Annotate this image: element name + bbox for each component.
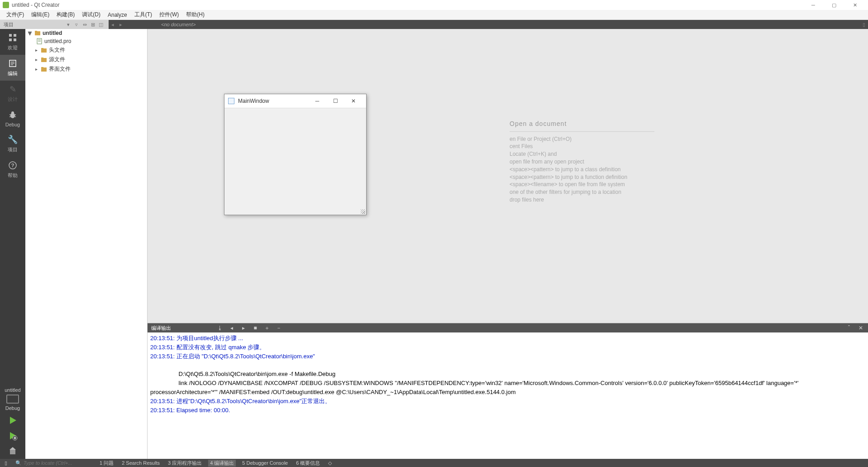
main-area: 欢迎 编辑 ✎ 设计 Debug 🔧 项目 ? 帮助 (0, 29, 868, 459)
mainwindow-dialog[interactable]: MainWindow ─ ☐ ✕ (224, 94, 367, 215)
mainwindow-close-button[interactable]: ✕ (344, 94, 362, 108)
svg-rect-23 (35, 31, 37, 32)
svg-line-13 (14, 116, 16, 117)
chevron-right-icon[interactable]: ▸ (33, 57, 39, 62)
menu-help[interactable]: 帮助(H) (182, 10, 208, 19)
svg-rect-20 (10, 450, 15, 454)
output-next-icon[interactable]: ▸ (240, 325, 247, 331)
filter-icon[interactable]: ▿ (73, 21, 80, 28)
tree-folder-forms[interactable]: ▸ 界面文件 (25, 64, 147, 74)
mainwindow-maximize-button[interactable]: ☐ (326, 94, 344, 108)
project-icon (34, 30, 41, 36)
edit-icon (8, 58, 18, 68)
split-right-icon[interactable]: ▯ (860, 21, 868, 28)
menu-analyze[interactable]: Analyze (104, 11, 131, 19)
status-tab-debugger[interactable]: 5 Debugger Console (240, 460, 290, 466)
build-button[interactable] (0, 443, 25, 459)
project-tree[interactable]: ⯆ untitled untitled.pro ▸ 头文件 ▸ 源文件 (25, 29, 148, 459)
svg-line-12 (10, 116, 11, 117)
output-close-icon[interactable]: ✕ (857, 325, 864, 331)
project-pane-label: 项目 (4, 21, 14, 28)
wrench-icon: 🔧 (8, 135, 18, 144)
statusbar: ▯ 🔍 1 问题 2 Search Results 3 应用程序输出 4 编译输… (0, 459, 868, 467)
window-maximize-button[interactable]: ▢ (824, 0, 844, 10)
debug-run-button[interactable] (0, 428, 25, 443)
nav-back-icon[interactable]: ◂ (109, 21, 116, 28)
mode-debug[interactable]: Debug (0, 106, 25, 131)
folder-icon (41, 57, 47, 63)
svg-rect-28 (41, 48, 43, 49)
window-minimize-button[interactable]: ─ (803, 0, 824, 10)
output-stop-icon[interactable]: ■ (252, 325, 259, 331)
svg-rect-1 (14, 34, 16, 37)
target-selector[interactable]: untitled Debug (0, 385, 25, 413)
menu-edit[interactable]: 编辑(E) (28, 10, 53, 19)
menu-build[interactable]: 构建(B) (53, 10, 78, 19)
resize-grip-icon[interactable] (361, 209, 365, 214)
mode-design: ✎ 设计 (0, 81, 25, 106)
status-tab-more[interactable]: ◇ (326, 460, 334, 466)
open-document-hints: Open a document en File or Project (Ctrl… (510, 120, 654, 204)
mode-projects[interactable]: 🔧 项目 (0, 131, 25, 157)
svg-line-11 (14, 115, 16, 115)
tree-folder-headers[interactable]: ▸ 头文件 (25, 45, 147, 55)
titlebar: untitled - Qt Creator ─ ▢ ✕ (0, 0, 868, 10)
status-tab-compile[interactable]: 4 编译输出 (208, 460, 236, 467)
split-icon[interactable]: ◫ (97, 21, 105, 28)
file-icon (36, 38, 43, 44)
dropdown-icon[interactable]: ▾ (65, 21, 72, 28)
svg-line-10 (10, 115, 11, 115)
top-toolbar: 项目 ▾ ▿ ⇔ ⊞ ◫ ◂ ▸ <no document> ▯ (0, 20, 868, 29)
compile-output-content[interactable]: 20:13:51: 为项目untitled执行步骤 ... 20:13:51: … (148, 332, 868, 459)
folder-icon (41, 47, 47, 53)
locate-input[interactable] (24, 460, 91, 466)
window-title: untitled - Qt Creator (12, 2, 59, 8)
menu-debug[interactable]: 调试(D) (78, 10, 104, 19)
svg-rect-30 (41, 58, 43, 59)
status-tab-search[interactable]: 2 Search Results (120, 460, 162, 466)
mainwindow-titlebar[interactable]: MainWindow ─ ☐ ✕ (224, 94, 366, 108)
menu-widgets[interactable]: 控件(W) (156, 10, 182, 19)
output-prev-icon[interactable]: ◂ (228, 325, 235, 331)
status-tab-issues[interactable]: 1 问题 (98, 460, 115, 467)
mode-help[interactable]: ? 帮助 (0, 157, 25, 183)
mode-edit[interactable]: 编辑 (0, 55, 25, 81)
nav-forward-icon[interactable]: ▸ (117, 21, 124, 28)
sidebar-toggle-button[interactable]: ▯ (3, 460, 9, 466)
locate-field[interactable]: 🔍 (14, 460, 93, 466)
document-selector[interactable]: <no document> (161, 22, 196, 27)
menu-tools[interactable]: 工具(T) (131, 10, 156, 19)
menubar: 文件(F) 编辑(E) 构建(B) 调试(D) Analyze 工具(T) 控件… (0, 10, 868, 20)
output-titlebar: 编译输出 ⭳ ◂ ▸ ■ ＋ － ˆ ✕ (148, 323, 868, 332)
modebar: 欢迎 编辑 ✎ 设计 Debug 🔧 项目 ? 帮助 (0, 29, 25, 459)
run-button[interactable] (0, 413, 25, 428)
qtcreator-app-icon (3, 2, 9, 8)
tree-root[interactable]: ⯆ untitled (25, 29, 147, 37)
chevron-down-icon[interactable]: ⯆ (27, 31, 33, 36)
output-remove-icon[interactable]: － (275, 324, 282, 332)
mainwindow-body (224, 108, 366, 215)
status-tab-appoutput[interactable]: 3 应用程序输出 (166, 460, 204, 467)
mainwindow-title: MainWindow (238, 98, 269, 104)
svg-marker-21 (10, 447, 16, 450)
svg-rect-3 (14, 39, 16, 41)
pencil-icon: ✎ (8, 84, 18, 94)
monitor-icon (6, 395, 19, 404)
tree-pro-file[interactable]: untitled.pro (25, 37, 147, 45)
svg-rect-0 (9, 34, 12, 37)
mainwindow-minimize-button[interactable]: ─ (308, 94, 326, 108)
chevron-right-icon[interactable]: ▸ (33, 67, 39, 72)
output-maximize-icon[interactable]: ˆ (845, 325, 853, 331)
svg-rect-2 (9, 39, 12, 41)
chevron-right-icon[interactable]: ▸ (33, 48, 39, 53)
bug-icon (8, 110, 18, 120)
link-icon[interactable]: ⇔ (81, 21, 88, 28)
output-add-icon[interactable]: ＋ (263, 324, 271, 332)
tree-folder-sources[interactable]: ▸ 源文件 (25, 55, 147, 64)
menu-file[interactable]: 文件(F) (3, 10, 28, 19)
expand-icon[interactable]: ⊞ (89, 21, 96, 28)
output-goto-icon[interactable]: ⭳ (216, 325, 224, 331)
status-tab-general[interactable]: 6 概要信息 (294, 460, 322, 467)
mode-welcome[interactable]: 欢迎 (0, 29, 25, 55)
window-close-button[interactable]: ✕ (844, 0, 865, 10)
